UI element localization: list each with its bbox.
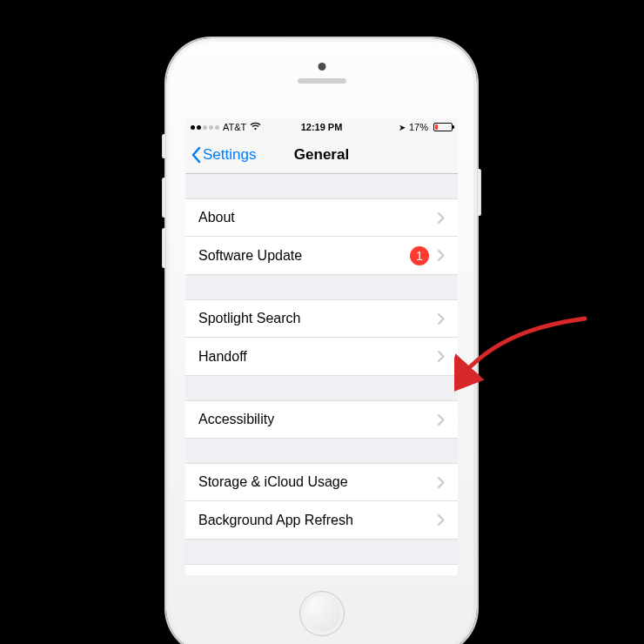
power-button [477,169,481,216]
settings-group: AboutSoftware Update1 [185,198,458,275]
row-label: About [198,210,438,225]
chevron-right-icon [438,477,445,488]
chevron-right-icon [438,250,445,261]
volume-up-button [162,178,166,218]
battery-icon [433,123,453,131]
chevron-right-icon [438,212,445,224]
chevron-right-icon [438,514,445,526]
nav-back-button[interactable]: Settings [185,146,256,164]
row-label: Background App Refresh [198,513,438,528]
chevron-right-icon [438,351,445,362]
settings-row-restrictions[interactable]: RestrictionsOn [185,564,458,575]
settings-list: AboutSoftware Update1Spotlight SearchHan… [185,174,458,575]
row-label: Accessibility [198,412,438,427]
nav-bar: Settings General [185,136,458,174]
row-label: Handoff [198,349,438,365]
settings-row-software-update[interactable]: Software Update1 [185,237,458,275]
settings-row-bg-refresh[interactable]: Background App Refresh [185,501,458,540]
settings-group: Storage & iCloud UsageBackground App Ref… [185,463,458,540]
chevron-right-icon [438,414,445,426]
mute-switch [162,134,166,158]
volume-down-button [162,228,166,268]
row-label: Software Update [198,248,410,264]
chevron-left-icon [191,146,201,164]
front-camera [318,63,325,70]
settings-group: Accessibility [185,400,458,439]
location-icon: ➤ [399,123,406,132]
home-button[interactable] [299,591,345,636]
earpiece-speaker [298,78,346,84]
settings-row-about[interactable]: About [185,198,458,237]
wifi-icon [250,122,261,132]
phone-chassis: AT&T 12:19 PM ➤ 17% Settings G [166,38,477,644]
settings-row-handoff[interactable]: Handoff [185,338,458,376]
notification-badge: 1 [410,246,429,265]
signal-strength-icon [191,125,219,130]
status-bar-time: 12:19 PM [301,122,343,132]
settings-group: Spotlight SearchHandoff [185,299,458,376]
chevron-right-icon [438,313,445,325]
settings-group: RestrictionsOn [185,564,458,575]
screen: AT&T 12:19 PM ➤ 17% Settings G [185,118,458,575]
status-bar: AT&T 12:19 PM ➤ 17% [185,118,458,136]
settings-row-accessibility[interactable]: Accessibility [185,400,458,439]
settings-row-storage[interactable]: Storage & iCloud Usage [185,463,458,501]
settings-row-spotlight[interactable]: Spotlight Search [185,299,458,338]
nav-back-label: Settings [203,146,256,164]
carrier-label: AT&T [223,122,246,132]
row-label: Storage & iCloud Usage [198,474,438,490]
battery-pct: 17% [409,122,428,132]
row-label: Spotlight Search [198,311,438,326]
